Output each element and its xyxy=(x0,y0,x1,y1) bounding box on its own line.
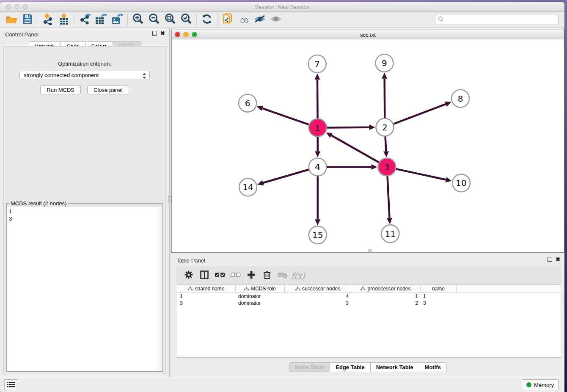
table-cell[interactable]: 2 xyxy=(351,300,421,306)
refresh-icon xyxy=(201,14,212,26)
float-table-panel-icon[interactable] xyxy=(548,257,552,262)
graph-edge-1-7[interactable] xyxy=(317,80,318,119)
network-view-titlebar[interactable]: ✕ − + scc.txt xyxy=(172,30,564,39)
table-cell[interactable]: 3 xyxy=(285,300,351,306)
search-input[interactable] xyxy=(446,17,556,23)
table-cell[interactable]: dominator xyxy=(236,300,285,306)
column-header[interactable]: name xyxy=(421,285,457,293)
eye-icon xyxy=(270,14,282,25)
hide-selected-button[interactable] xyxy=(252,13,268,27)
add-column-button[interactable] xyxy=(243,269,259,282)
graph-edge-3-11[interactable] xyxy=(387,176,389,218)
float-panel-icon[interactable] xyxy=(152,31,157,36)
deselect-all-checkboxes-button[interactable] xyxy=(228,269,243,282)
delete-table-button[interactable] xyxy=(275,269,290,282)
column-layout-button[interactable] xyxy=(196,269,212,282)
graph-edge-4-14[interactable] xyxy=(263,169,309,183)
home-button[interactable]: ⌂⌂ xyxy=(236,13,252,27)
table-cell[interactable]: 3 xyxy=(177,300,236,306)
graph-edge-2-8[interactable] xyxy=(393,104,446,124)
table-cell[interactable]: 1 xyxy=(177,293,236,300)
graph-edge-2-9[interactable] xyxy=(385,79,385,119)
column-header[interactable]: predecessor nodes xyxy=(351,285,421,293)
network-splitter-grip[interactable] xyxy=(368,249,372,252)
window-title: Session: New Session xyxy=(0,4,564,10)
app-titlebar: Session: New Session xyxy=(0,2,564,12)
network-graph[interactable]: 7968124314101511 xyxy=(172,39,564,252)
toolbar-separator xyxy=(38,14,38,26)
edge-arrowhead xyxy=(369,124,375,130)
checked-boxes-icon xyxy=(215,272,225,279)
column-header[interactable]: MCDS role xyxy=(236,285,285,293)
search-field[interactable] xyxy=(435,15,559,25)
export-image-button[interactable] xyxy=(109,13,125,27)
close-panel-icon[interactable]: ✖ xyxy=(160,31,165,36)
column-header[interactable]: shared name xyxy=(177,285,236,293)
task-history-button[interactable] xyxy=(4,379,17,390)
edge-arrowhead xyxy=(446,177,452,182)
graph-edge-3-1[interactable] xyxy=(331,135,379,163)
import-table-button[interactable] xyxy=(56,13,72,27)
graph-node-label: 4 xyxy=(315,162,320,172)
trash-icon xyxy=(263,271,271,280)
save-session-button[interactable] xyxy=(19,13,36,27)
table-cell[interactable]: 3 xyxy=(421,300,457,306)
open-session-button[interactable] xyxy=(3,13,19,27)
refresh-layout-button[interactable] xyxy=(199,13,215,27)
tab-motifs[interactable]: Motifs xyxy=(419,362,447,372)
table-panel: Table Panel ✖ xyxy=(171,254,564,377)
eye-slash-icon xyxy=(253,14,266,25)
close-table-panel-icon[interactable]: ✖ xyxy=(556,257,560,262)
table-cell[interactable]: 1 xyxy=(351,293,421,300)
splitter-grip[interactable] xyxy=(168,196,171,203)
table-settings-button[interactable] xyxy=(181,269,196,282)
tab-network-table[interactable]: Network Table xyxy=(371,362,419,372)
gear-icon xyxy=(184,271,193,280)
zoom-selected-button[interactable] xyxy=(178,13,194,27)
import-network-button[interactable] xyxy=(40,13,56,27)
select-stepper-icon xyxy=(142,72,146,82)
tab-node-table[interactable]: Node Table xyxy=(289,362,330,372)
zoom-out-button[interactable] xyxy=(146,13,162,27)
graph-node-label: 8 xyxy=(458,94,463,104)
function-builder-button[interactable]: f(x) xyxy=(290,269,306,282)
table-cell[interactable]: dominator xyxy=(236,293,285,300)
memory-button[interactable]: Memory xyxy=(522,379,559,390)
import-network-icon xyxy=(43,13,54,26)
zoom-in-button[interactable] xyxy=(130,13,146,27)
graph-edge-2-3[interactable] xyxy=(385,136,386,152)
main-toolbar: ⌂⌂ xyxy=(0,12,564,28)
tab-edge-table[interactable]: Edge Table xyxy=(330,362,370,372)
optimization-criterion-select[interactable]: strongly connected component xyxy=(19,71,150,80)
table-toolbar: f(x) xyxy=(176,266,561,284)
table-row[interactable]: 1dominator411 xyxy=(177,293,561,300)
export-table-button[interactable] xyxy=(93,13,109,27)
toolbar-separator xyxy=(74,14,75,26)
show-all-button[interactable] xyxy=(268,13,284,27)
clone-network-button[interactable] xyxy=(220,13,236,27)
network-view-title: scc.txt xyxy=(172,32,564,38)
graph-edge-1-2[interactable] xyxy=(327,127,369,128)
app-window: Session: New Session xyxy=(0,2,564,392)
column-header[interactable]: successor nodes xyxy=(285,285,351,293)
zoom-fit-button[interactable] xyxy=(162,13,178,27)
export-network-button[interactable] xyxy=(77,13,93,27)
mcds-result-text[interactable]: 1 3 xyxy=(7,207,159,371)
table-cell[interactable]: 1 xyxy=(421,293,457,300)
delete-column-button[interactable] xyxy=(259,269,275,282)
graph-edge-1-6[interactable] xyxy=(262,108,309,125)
run-mcds-button[interactable]: Run MCDS xyxy=(40,85,81,94)
result-scrollbar[interactable] xyxy=(159,207,162,371)
graph-node-label: 15 xyxy=(312,230,323,240)
table-tabs: Node Table Edge Table Network Table Moti… xyxy=(171,362,564,372)
column-layout-icon xyxy=(200,271,209,280)
network-canvas[interactable]: 7968124314101511 xyxy=(172,39,564,252)
close-panel-button[interactable]: Close panel xyxy=(87,85,129,94)
select-all-checkboxes-button[interactable] xyxy=(212,269,228,282)
table-row[interactable]: 3dominator323 xyxy=(177,300,561,306)
graph-edge-3-10[interactable] xyxy=(396,169,446,180)
table-cell[interactable]: 4 xyxy=(285,293,351,300)
zoom-in-icon xyxy=(132,13,144,26)
edge-arrowhead xyxy=(257,106,263,111)
optimization-criterion-value: strongly connected component xyxy=(24,72,99,78)
